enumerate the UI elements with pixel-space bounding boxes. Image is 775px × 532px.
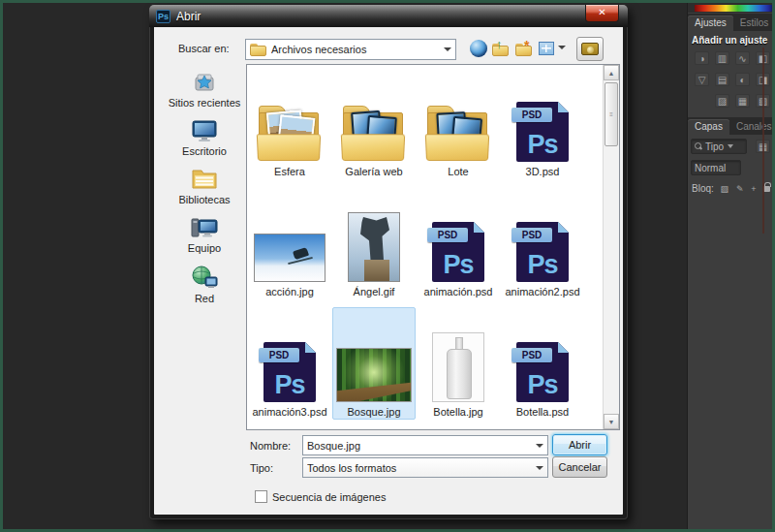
file-type-combobox[interactable]: Todos los formatos [302,457,548,478]
layer-filter-dropdown[interactable]: Tipo [691,139,747,154]
dialog-titlebar[interactable]: Ps Abrir ✕ [149,5,628,27]
file-item-angel-gif[interactable]: Ángel.gif [332,187,416,299]
sequence-checkbox-label: Secuencia de imágenes [272,491,386,503]
file-item-esfera[interactable]: Esfera [248,67,331,179]
file-item-lote[interactable]: Lote [417,67,500,179]
search-icon [695,142,702,150]
tab-canales[interactable]: Canales [729,119,772,135]
up-one-level-icon[interactable]: ↑ [492,40,512,59]
sidebar-item-label: Equipo [162,242,247,254]
scroll-up-button[interactable]: ▲ [604,65,619,80]
file-item-animacion2-psd[interactable]: PSD Ps animación2.psd [501,187,584,299]
adjustment-icon-row-1: ◑ ▥ ∿ ◧ [695,51,770,65]
folder-icon [258,106,322,162]
adjustment-icon-row-2: ▽ ▤ ◐ ◨ [695,73,770,86]
tab-capas[interactable]: Capas [688,119,729,135]
sidebar-item-recent-places[interactable]: Sitios recientes [162,68,247,109]
dropdown-arrow-icon[interactable] [536,466,543,470]
file-item-bosque-jpg-selected[interactable]: Bosque.jpg [332,307,416,420]
look-in-label: Buscar en: [178,43,230,54]
file-item-animacion-psd[interactable]: PSD Ps animación.psd [417,187,500,299]
sidebar-item-label: Escritorio [162,145,247,157]
grip-icon: ≡ [609,111,613,117]
sidebar-item-computer[interactable]: Equipo [162,213,247,254]
desktop-icon [162,116,247,143]
psd-glyph: Ps [516,130,569,160]
file-item-3d-psd[interactable]: PSD Ps 3D.psd [501,67,584,179]
scrollbar-thumb[interactable]: ≡ [604,82,618,146]
curves-icon[interactable]: ∿ [735,51,750,65]
file-item-accion-jpg[interactable]: acción.jpg [248,187,331,299]
lock-move-icon[interactable]: + [751,184,756,194]
name-label: Nombre: [250,440,291,452]
close-button[interactable]: ✕ [585,5,619,22]
file-name: animación.psd [422,285,495,298]
hue-saturation-icon[interactable]: ▤ [715,73,729,86]
psd-badge: PSD [512,228,552,242]
dropdown-arrow-icon [558,46,566,49]
lock-paint-icon[interactable]: ✎ [736,184,744,194]
lock-all-icon[interactable] [763,186,770,192]
layer-filter-label: Tipo [705,141,724,152]
new-folder-icon[interactable]: * [515,40,535,59]
file-name: 3D.psd [524,165,562,178]
file-item-botella-jpg[interactable]: Botella.jpg [417,307,500,420]
open-button[interactable]: Abrir [552,434,607,455]
sidebar-item-desktop[interactable]: Escritorio [162,116,247,157]
up-arrow-icon: ↑ [496,37,503,51]
sequence-checkbox[interactable] [255,490,267,503]
dropdown-arrow-icon [728,144,733,148]
psd-file-icon: PSD Ps [264,342,316,402]
network-icon [162,264,247,291]
lock-transparency-icon[interactable]: ▨ [721,184,729,194]
photo-filter-icon[interactable]: ▨ [715,94,729,108]
photo-thumbnail [336,348,412,402]
photo-thumbnail [432,332,484,402]
folder-icon [250,44,266,56]
sidebar-item-label: Red [162,293,247,304]
file-name-combobox[interactable]: Bosque.jpg [302,435,548,455]
preview-toggle-button[interactable] [576,37,604,61]
psd-file-icon: PSD Ps [516,342,569,402]
add-adjustment-title: Añadir un ajuste [692,35,767,46]
cancel-button[interactable]: Cancelar [552,456,607,478]
folder-icon [426,106,490,162]
file-item-animacion3-psd[interactable]: PSD Ps animación3.psd [248,307,331,420]
tab-estilos[interactable]: Estilos [733,16,772,31]
sidebar-item-libraries[interactable]: Bibliotecas [162,165,247,205]
sidebar-item-network[interactable]: Red [162,264,247,304]
scrollbar[interactable]: ▲ ≡ ▼ [603,65,619,429]
look-in-combobox[interactable]: Archivos necesarios [245,39,456,60]
psd-badge: PSD [259,348,299,362]
scroll-down-button[interactable]: ▼ [604,414,619,429]
file-item-galeria-web[interactable]: Galería web [332,67,416,179]
brightness-contrast-icon[interactable]: ◑ [695,51,709,65]
back-globe-icon[interactable] [469,39,488,58]
adjustments-tabbar: Ajustes Estilos [688,14,772,31]
close-icon: ✕ [598,7,605,17]
levels-icon[interactable]: ▥ [715,51,729,65]
color-spectrum-icon [695,5,772,12]
color-balance-icon[interactable]: ◐ [735,73,750,86]
psd-glyph: Ps [264,370,316,400]
file-name: Ángel.gif [352,285,397,298]
type-label: Tipo: [250,462,273,474]
grid-icon [539,42,554,55]
lock-label: Bloq: [692,183,714,194]
file-name-value: Bosque.jpg [307,440,532,452]
look-in-value: Archivos necesarios [271,44,440,55]
tab-ajustes[interactable]: Ajustes [688,16,733,31]
file-name: acción.jpg [264,285,316,298]
dropdown-arrow-icon[interactable] [444,47,451,51]
file-type-value: Todos los formatos [307,462,532,474]
psd-file-icon: PSD Ps [516,222,569,282]
psd-glyph: Ps [432,250,484,280]
view-menu-icon[interactable] [539,39,566,58]
dropdown-arrow-icon[interactable] [536,444,543,448]
channel-mixer-icon[interactable]: ▦ [735,94,750,108]
blend-mode-dropdown[interactable]: Normal [691,160,741,175]
file-list[interactable]: Esfera Galería web [246,64,620,430]
camera-icon [581,43,599,55]
vibrance-icon[interactable]: ▽ [695,73,709,86]
file-item-botella-psd[interactable]: PSD Ps Botella.psd [501,307,584,420]
